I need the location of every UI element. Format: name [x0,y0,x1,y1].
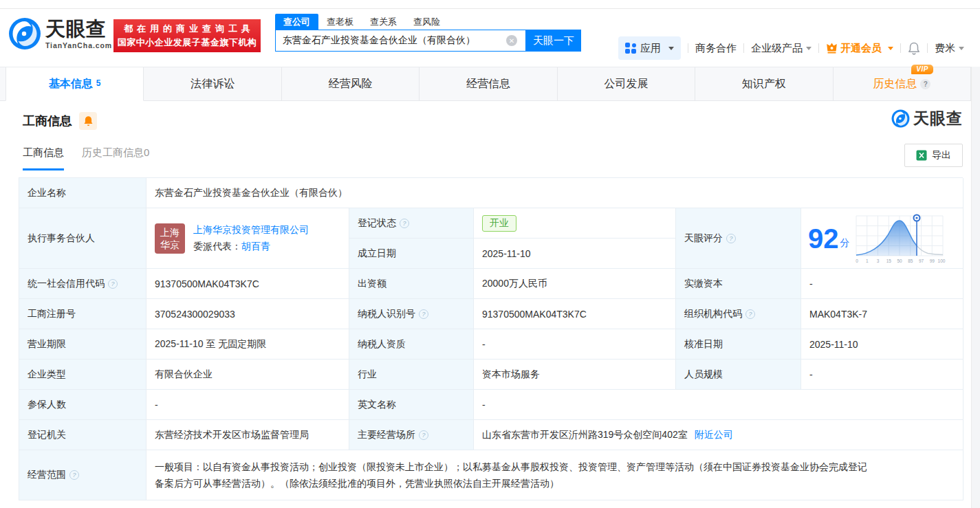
nearby-companies-link[interactable]: 附近公司 [695,429,733,441]
partner-company-link[interactable]: 上海华京投资管理有限公司 [193,224,309,236]
svg-text:50: 50 [897,258,902,263]
field-value-authority: 东营经济技术开发区市场监督管理局 [146,420,349,450]
field-label: 英文名称 [349,390,474,420]
main-tabbar: 基本信息5 法律诉讼 经营风险 经营信息 公司发展 知识产权 历史信息 VIP … [0,67,971,101]
help-icon[interactable]: ? [108,279,118,289]
logo-title: 天眼查 [45,19,112,40]
field-label: 经营范围? [19,450,146,500]
field-label: 出资额 [349,269,474,299]
representative-link[interactable]: 胡百青 [241,241,270,252]
subtab-business-info[interactable]: 工商信息 [23,146,64,170]
logo-domain: TianYanCha.com [45,41,112,49]
notification-bell-icon[interactable] [908,42,920,55]
field-value-company-name: 东营金石产业投资基金合伙企业（有限合伙） [146,178,963,208]
subtabs: 工商信息 历史工商信息0 [23,146,149,170]
search-tab-boss[interactable]: 查老板 [318,14,362,30]
field-value-tax-id: 91370500MAK04T3K7C [474,299,676,329]
field-label: 天眼评分? [676,208,801,269]
divider [818,43,819,53]
search-tab-company[interactable]: 查公司 [275,14,318,30]
excel-icon [916,150,927,161]
svg-text:1: 1 [865,258,868,263]
tab-operation-info[interactable]: 经营信息 [420,67,557,101]
tab-history-info[interactable]: 历史信息 VIP ? [834,67,971,101]
user-menu[interactable]: 费米 [935,42,964,55]
main-content: 工商信息 天眼查 工商信息 历史工商信息0 导出 企业名称 东营金石产业投资基金… [0,101,971,508]
clear-search-icon[interactable]: ✕ [506,35,517,46]
monitor-bell-icon[interactable] [79,112,97,130]
field-value-approval-date: 2025-11-10 [801,329,963,360]
tab-operation-risk[interactable]: 经营风险 [282,67,420,101]
section-title: 工商信息 [23,113,72,129]
divider [688,43,688,53]
search-tab-risk[interactable]: 查风险 [405,14,448,30]
header-nav: 应用 商务合作 企业级产品 开通会员 费米 [618,36,964,60]
field-value-address: 山东省东营市开发区沂州路319号众创空间402室附近公司 [474,420,963,450]
help-icon[interactable]: ? [69,470,79,480]
field-label: 参保人数 [19,390,146,420]
field-label: 实缴资本 [676,269,801,299]
nav-business-cooperation[interactable]: 商务合作 [695,42,737,55]
nav-enterprise-products[interactable]: 企业级产品 [751,42,812,55]
nav-open-vip[interactable]: 开通会员 [826,42,893,55]
field-label: 纳税人识别号? [349,299,474,329]
tab-legal-litigation[interactable]: 法律诉讼 [144,67,281,101]
slogan-badge: 都在用的商业查询工具 国家中小企业发展子基金旗下机构 [113,19,261,52]
help-icon[interactable]: ? [400,219,409,228]
help-icon[interactable]: ? [419,430,428,440]
field-value-established: 2025-11-10 [474,239,676,269]
search-tab-relation[interactable]: 查关系 [362,14,405,30]
help-icon[interactable]: ? [726,234,736,243]
field-label: 成立日期 [349,239,474,269]
field-value-partner: 上海华京 上海华京投资管理有限公司 委派代表：胡百青 [146,208,349,269]
help-icon[interactable]: ? [920,79,930,89]
field-value-org-code: MAK04T3K-7 [801,299,963,329]
help-icon[interactable]: ? [419,309,428,319]
field-label: 主要经营场所? [349,420,474,450]
svg-text:85: 85 [908,258,913,263]
field-value-capital: 20000万人民币 [474,269,676,299]
field-label: 营业期限 [19,329,146,360]
divider [927,43,928,53]
tianyancha-watermark: 天眼查 [891,108,963,129]
field-value-scope: 一般项目：以自有资金从事投资活动；创业投资（限投资未上市企业）；以私募基金从事股… [146,450,963,500]
svg-text:100: 100 [937,258,945,263]
field-label: 组织机构代码? [676,299,801,329]
field-label: 统一社会信用代码? [19,269,146,299]
field-label: 核准日期 [676,329,801,360]
apps-button[interactable]: 应用 [618,36,681,60]
help-icon[interactable]: ? [745,309,755,319]
search-input[interactable] [275,30,526,52]
search-button[interactable]: 天眼一下 [526,30,581,52]
tab-basic-info[interactable]: 基本信息5 [6,67,144,101]
apps-grid-icon [625,43,636,54]
svg-text:99: 99 [929,258,935,263]
divider [743,43,744,53]
svg-text:97: 97 [918,258,924,263]
search-module: 查公司 查老板 查关系 查风险 ✕ 天眼一下 [275,14,581,52]
field-label: 人员规模 [676,360,801,390]
tab-company-development[interactable]: 公司发展 [558,67,695,101]
top-strip [0,0,980,9]
tianyancha-watermark-icon [891,109,910,128]
scrollbar[interactable] [971,67,980,508]
field-value-staff-size: - [801,360,963,390]
tianyancha-logo[interactable]: 天眼查 TianYanCha.com [8,17,112,50]
vip-badge: VIP [911,65,933,74]
header: 天眼查 TianYanCha.com 都在用的商业查询工具 国家中小企业发展子基… [0,9,980,67]
tab-intellectual-property[interactable]: 知识产权 [695,67,833,101]
field-label: 企业类型 [19,360,146,390]
export-button[interactable]: 导出 [904,144,963,167]
tianyancha-logo-icon [8,17,41,50]
field-label: 工商注册号 [19,299,146,329]
subtab-history-business-info[interactable]: 历史工商信息0 [82,146,149,170]
field-label: 行业 [349,360,474,390]
field-label: 企业名称 [19,178,146,208]
divider [900,43,901,53]
field-value-tax-quality: - [474,329,676,360]
apps-label: 应用 [640,42,661,55]
field-value-english-name: - [474,390,963,420]
field-label: 登记机关 [19,420,146,450]
field-value-score: 92 分 [801,208,963,269]
partner-logo[interactable]: 上海华京 [155,223,185,254]
